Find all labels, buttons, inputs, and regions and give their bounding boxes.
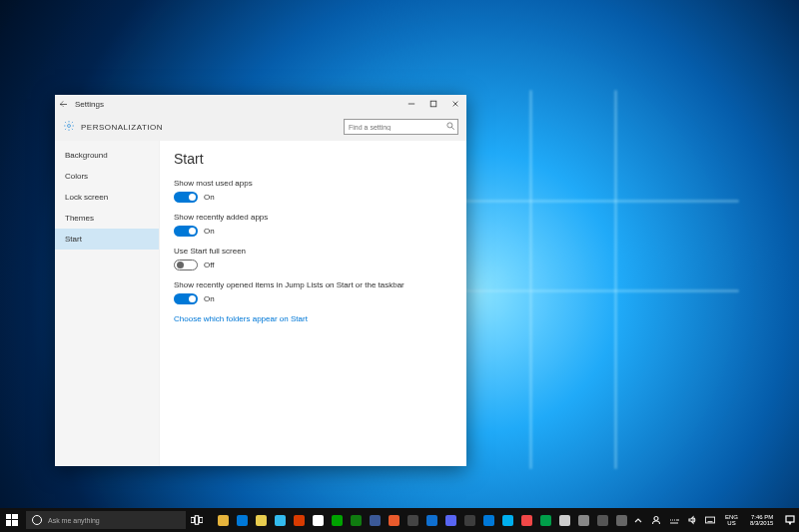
taskbar-app-icon[interactable] <box>517 508 536 532</box>
titlebar: 🡠 Settings <box>55 95 466 113</box>
close-button[interactable] <box>444 95 466 113</box>
taskbar-app-icon[interactable] <box>460 508 479 532</box>
tray-chevron-up-icon[interactable] <box>631 515 645 525</box>
taskbar-app-icon[interactable] <box>385 508 403 532</box>
svg-rect-9 <box>200 517 203 522</box>
taskbar-app-icon[interactable] <box>422 508 441 532</box>
minimize-button[interactable] <box>400 95 422 113</box>
tray-people-icon[interactable] <box>649 515 663 525</box>
svg-rect-5 <box>6 520 11 526</box>
header: PERSONALIZATION <box>55 113 466 141</box>
setting-label: Show most used apps <box>174 179 452 188</box>
taskbar-app-icon[interactable] <box>574 508 593 532</box>
svg-rect-7 <box>191 517 194 522</box>
choose-folders-link[interactable]: Choose which folders appear on Start <box>174 314 452 323</box>
taskbar-app-icon[interactable] <box>290 508 309 532</box>
taskbar-app-icon[interactable] <box>555 508 574 532</box>
svg-point-10 <box>654 517 658 521</box>
svg-rect-0 <box>430 101 436 107</box>
toggle-switch[interactable]: On <box>174 192 452 203</box>
task-view-button[interactable] <box>186 508 208 532</box>
taskbar-app-icon[interactable] <box>366 508 385 532</box>
search-input[interactable] <box>344 119 458 135</box>
toggle-switch[interactable]: Off <box>174 260 452 270</box>
tray-volume-icon[interactable] <box>685 515 699 525</box>
toggle-switch[interactable]: On <box>174 293 452 304</box>
taskbar-app-icon[interactable] <box>271 508 290 532</box>
action-center-icon[interactable] <box>781 515 799 525</box>
sidebar: BackgroundColorsLock screenThemesStart <box>55 141 160 466</box>
setting-row: Show recently added appsOn <box>174 213 452 237</box>
sidebar-item-themes[interactable]: Themes <box>55 208 159 229</box>
sidebar-item-lock-screen[interactable]: Lock screen <box>55 187 159 208</box>
taskbar-app-icon[interactable] <box>309 508 328 532</box>
toggle-state-text: On <box>204 193 215 202</box>
setting-row: Show recently opened items in Jump Lists… <box>174 280 452 304</box>
taskbar-app-icon[interactable] <box>479 508 498 532</box>
taskbar-app-icon[interactable] <box>441 508 460 532</box>
search-icon <box>445 121 455 133</box>
toggle-switch[interactable]: On <box>174 226 452 237</box>
svg-rect-4 <box>12 514 18 519</box>
page-title: Start <box>174 151 452 167</box>
setting-row: Show most used appsOn <box>174 179 452 203</box>
taskbar-app-icon[interactable] <box>252 508 271 532</box>
tray-network-icon[interactable] <box>667 515 681 525</box>
svg-rect-8 <box>195 516 198 525</box>
toggle-state-text: On <box>204 227 215 236</box>
taskbar-app-icon[interactable] <box>536 508 555 532</box>
taskbar-app-icon[interactable] <box>593 508 612 532</box>
taskbar-app-icon[interactable] <box>498 508 517 532</box>
taskbar-app-icon[interactable] <box>347 508 366 532</box>
taskbar-app-icon[interactable] <box>233 508 252 532</box>
settings-window: 🡠 Settings PERSONALIZATION BackgroundCol… <box>55 95 466 466</box>
svg-rect-6 <box>12 520 18 526</box>
maximize-button[interactable] <box>422 95 444 113</box>
svg-rect-12 <box>786 516 794 522</box>
tray-keyboard-icon[interactable] <box>703 515 717 525</box>
svg-point-1 <box>68 125 71 128</box>
sidebar-item-colors[interactable]: Colors <box>55 166 159 187</box>
back-button[interactable]: 🡠 <box>55 100 73 109</box>
app-title: Settings <box>73 100 400 109</box>
cortana-search[interactable]: Ask me anything <box>26 511 186 529</box>
taskbar-app-icon[interactable] <box>612 508 631 532</box>
taskbar-app-icon[interactable] <box>214 508 233 532</box>
setting-row: Use Start full screenOff <box>174 247 452 270</box>
cortana-icon <box>32 515 42 525</box>
start-button[interactable] <box>0 508 24 532</box>
gear-icon <box>63 120 75 134</box>
content-pane: Start Show most used appsOnShow recently… <box>160 141 466 466</box>
setting-label: Show recently added apps <box>174 213 452 222</box>
sidebar-item-background[interactable]: Background <box>55 145 159 166</box>
toggle-state-text: Off <box>204 261 215 269</box>
clock[interactable]: 7:46 PM 8/3/2015 <box>746 514 777 526</box>
taskbar-app-icon[interactable] <box>403 508 422 532</box>
language-indicator[interactable]: ENG US <box>721 514 742 526</box>
breadcrumb: PERSONALIZATION <box>81 123 338 132</box>
taskbar-app-icon[interactable] <box>328 508 347 532</box>
system-tray: ENG US 7:46 PM 8/3/2015 <box>631 508 799 532</box>
cortana-placeholder: Ask me anything <box>48 517 100 524</box>
sidebar-item-start[interactable]: Start <box>55 229 159 250</box>
taskbar: Ask me anything ENG US 7:46 PM 8/3/2015 <box>0 508 799 532</box>
svg-rect-3 <box>6 514 11 519</box>
toggle-state-text: On <box>204 294 215 303</box>
setting-label: Use Start full screen <box>174 247 452 256</box>
svg-point-2 <box>447 123 452 128</box>
setting-label: Show recently opened items in Jump Lists… <box>174 280 452 289</box>
